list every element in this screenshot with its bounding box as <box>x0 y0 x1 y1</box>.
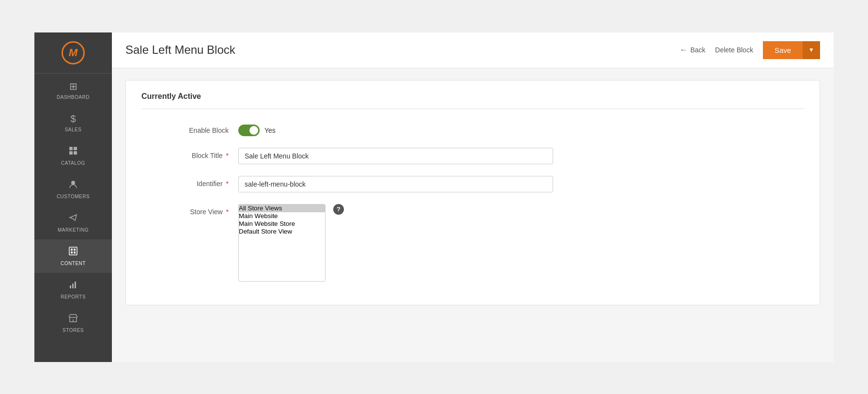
svg-rect-2 <box>69 151 73 155</box>
stores-icon <box>68 313 78 325</box>
sidebar-label-reports: REPORTS <box>61 294 86 299</box>
sidebar-item-marketing[interactable]: MARKETING <box>34 206 112 239</box>
sidebar-label-marketing: MARKETING <box>58 227 89 233</box>
section-title: Currently Active <box>141 92 804 101</box>
sidebar-label-content: CONTENT <box>61 261 86 266</box>
svg-rect-0 <box>69 147 73 150</box>
svg-rect-1 <box>74 147 77 150</box>
content-icon <box>68 246 78 258</box>
enable-block-yes-label: Yes <box>264 126 276 134</box>
sidebar-item-catalog[interactable]: CATALOG <box>34 139 112 173</box>
block-title-required: * <box>226 152 229 159</box>
enable-block-control: Yes <box>238 123 553 136</box>
enable-block-toggle[interactable] <box>238 125 260 136</box>
svg-rect-6 <box>71 249 73 251</box>
store-view-help-icon[interactable]: ? <box>333 204 344 215</box>
store-view-required: * <box>226 208 229 216</box>
svg-rect-8 <box>74 249 76 251</box>
svg-rect-11 <box>72 284 74 288</box>
block-title-input[interactable] <box>238 148 553 164</box>
svg-rect-3 <box>74 151 77 155</box>
sidebar-item-customers[interactable]: CUSTOMERS <box>34 173 112 206</box>
enable-block-row: Enable Block Yes <box>141 123 804 136</box>
sidebar-label-customers: CUSTOMERS <box>57 194 90 199</box>
save-dropdown-button[interactable]: ▼ <box>803 41 820 59</box>
header-actions: ← Back Delete Block Save ▼ <box>680 41 820 59</box>
sidebar-label-catalog: CATALOG <box>61 160 85 166</box>
option-main-website[interactable]: Main Website <box>239 212 325 220</box>
store-view-inner: All Store Views Main Website Main Websit… <box>238 204 553 282</box>
store-view-label: Store View * <box>141 204 238 216</box>
back-button[interactable]: ← Back <box>680 46 705 54</box>
back-label: Back <box>690 46 705 54</box>
toggle-slider <box>238 125 260 136</box>
back-arrow-icon: ← <box>680 46 687 54</box>
block-title-row: Block Title * <box>141 148 804 164</box>
svg-rect-10 <box>70 285 71 288</box>
logo-icon: M <box>69 47 78 59</box>
svg-rect-7 <box>71 252 73 253</box>
save-button-wrapper: Save ▼ <box>763 41 820 59</box>
block-title-control <box>238 148 553 164</box>
logo-circle: M <box>62 41 85 64</box>
sidebar-label-sales: SALES <box>65 127 82 132</box>
store-view-select[interactable]: All Store Views Main Website Main Websit… <box>238 204 326 282</box>
svg-rect-9 <box>74 252 76 253</box>
block-title-label: Block Title * <box>141 148 238 159</box>
store-view-control: All Store Views Main Website Main Websit… <box>238 204 553 282</box>
section-divider <box>141 109 804 109</box>
sidebar-label-stores: STORES <box>62 328 84 333</box>
identifier-row: Identifier * <box>141 176 804 192</box>
sidebar-item-content[interactable]: CONTENT <box>34 239 112 273</box>
dashboard-icon: ⊞ <box>69 80 78 92</box>
sidebar-item-sales[interactable]: $ SALES <box>34 107 112 139</box>
sidebar-item-dashboard[interactable]: ⊞ DASHBOARD <box>34 74 112 107</box>
page-header: Sale Left Menu Block ← Back Delete Block… <box>112 32 834 68</box>
sidebar-item-reports[interactable]: REPORTS <box>34 273 112 306</box>
identifier-control <box>238 176 553 192</box>
sidebar-label-dashboard: DASHBOARD <box>57 95 90 100</box>
save-button[interactable]: Save <box>763 41 803 59</box>
svg-rect-5 <box>69 247 77 255</box>
delete-block-button[interactable]: Delete Block <box>715 46 753 54</box>
enable-block-toggle-wrapper: Yes <box>238 123 553 136</box>
enable-block-label: Enable Block <box>141 123 238 134</box>
identifier-required: * <box>226 180 229 188</box>
form-area: Currently Active Enable Block Yes <box>112 68 834 362</box>
reports-icon <box>68 280 78 292</box>
customers-icon <box>68 179 78 191</box>
store-view-row: Store View * All Store Views Main Websit… <box>141 204 804 282</box>
identifier-input[interactable] <box>238 176 553 192</box>
page-title: Sale Left Menu Block <box>125 43 235 57</box>
marketing-icon <box>68 213 78 225</box>
sales-icon: $ <box>70 113 76 125</box>
sidebar-logo: M <box>34 32 112 74</box>
svg-rect-12 <box>75 282 76 288</box>
sidebar-item-stores[interactable]: STORES <box>34 306 112 340</box>
identifier-label: Identifier * <box>141 176 238 188</box>
option-main-website-store[interactable]: Main Website Store <box>239 220 325 228</box>
main-content: Sale Left Menu Block ← Back Delete Block… <box>112 32 834 362</box>
catalog-icon <box>68 146 78 158</box>
option-all-store-views[interactable]: All Store Views <box>239 205 325 212</box>
option-default-store-view[interactable]: Default Store View <box>239 228 325 236</box>
sidebar: M ⊞ DASHBOARD $ SALES CATALOG <box>34 32 112 362</box>
svg-point-4 <box>71 181 75 185</box>
form-card: Currently Active Enable Block Yes <box>125 80 820 305</box>
